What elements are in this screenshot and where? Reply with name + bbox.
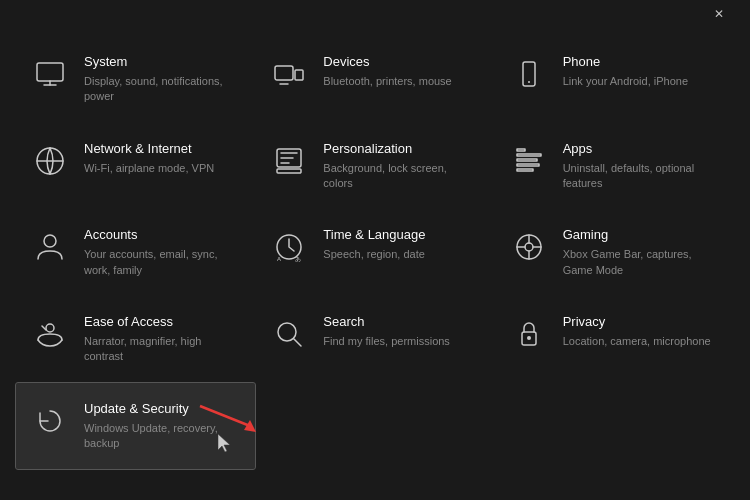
item-desc-system: Display, sound, notifications, power [84,74,239,105]
settings-item-devices[interactable]: Devices Bluetooth, printers, mouse [255,36,494,123]
item-title-time: Time & Language [323,227,478,244]
svg-point-7 [528,81,530,83]
item-desc-search: Find my files, permissions [323,334,478,349]
item-desc-update: Windows Update, recovery, backup [84,421,239,452]
item-title-system: System [84,54,239,71]
title-bar: ✕ [0,0,750,28]
svg-point-35 [527,336,531,340]
svg-rect-18 [517,164,539,166]
item-desc-gaming: Xbox Game Bar, captures, Game Mode [563,247,718,278]
apps-icon [511,143,547,179]
item-desc-devices: Bluetooth, printers, mouse [323,74,478,89]
item-title-privacy: Privacy [563,314,718,331]
privacy-icon [511,316,547,352]
settings-item-accounts[interactable]: Accounts Your accounts, email, sync, wor… [16,209,255,296]
svg-rect-19 [517,169,533,171]
ease-icon [32,316,68,352]
svg-text:あ: あ [295,256,301,263]
item-desc-apps: Uninstall, defaults, optional features [563,161,718,192]
settings-item-gaming[interactable]: Gaming Xbox Game Bar, captures, Game Mod… [495,209,734,296]
settings-item-ease[interactable]: Ease of Access Narrator, magnifier, high… [16,296,255,383]
item-desc-phone: Link your Android, iPhone [563,74,718,89]
svg-point-30 [46,324,54,332]
item-title-ease: Ease of Access [84,314,239,331]
item-desc-ease: Narrator, magnifier, high contrast [84,334,239,365]
personalization-icon [271,143,307,179]
item-desc-accounts: Your accounts, email, sync, work, family [84,247,239,278]
settings-item-time[interactable]: Aあ Time & Language Speech, region, date [255,209,494,296]
system-icon [32,56,68,92]
title-bar-controls: ✕ [696,0,742,28]
item-title-apps: Apps [563,141,718,158]
svg-rect-3 [275,66,293,80]
settings-grid: System Display, sound, notifications, po… [0,28,750,477]
item-title-phone: Phone [563,54,718,71]
item-title-search: Search [323,314,478,331]
search-icon [271,316,307,352]
svg-rect-15 [517,149,525,151]
svg-point-32 [278,323,296,341]
svg-rect-17 [517,159,537,161]
svg-text:A: A [277,256,281,262]
item-title-accounts: Accounts [84,227,239,244]
item-desc-network: Wi-Fi, airplane mode, VPN [84,161,239,176]
network-icon [32,143,68,179]
gaming-icon [511,229,547,265]
settings-item-privacy[interactable]: Privacy Location, camera, microphone [495,296,734,383]
settings-item-phone[interactable]: Phone Link your Android, iPhone [495,36,734,123]
close-button[interactable]: ✕ [696,0,742,28]
item-title-devices: Devices [323,54,478,71]
svg-line-33 [294,339,301,346]
item-title-update: Update & Security [84,401,239,418]
item-desc-time: Speech, region, date [323,247,478,262]
devices-icon [271,56,307,92]
settings-item-update[interactable]: Update & Security Windows Update, recove… [16,383,255,470]
svg-rect-16 [517,154,541,156]
item-desc-privacy: Location, camera, microphone [563,334,718,349]
phone-icon [511,56,547,92]
settings-item-network[interactable]: Network & Internet Wi-Fi, airplane mode,… [16,123,255,210]
item-title-personalization: Personalization [323,141,478,158]
svg-rect-11 [277,169,301,173]
svg-point-20 [44,235,56,247]
settings-item-search[interactable]: Search Find my files, permissions [255,296,494,383]
item-desc-personalization: Background, lock screen, colors [323,161,478,192]
svg-rect-4 [295,70,303,80]
time-icon: Aあ [271,229,307,265]
settings-item-personalization[interactable]: Personalization Background, lock screen,… [255,123,494,210]
item-title-network: Network & Internet [84,141,239,158]
item-title-gaming: Gaming [563,227,718,244]
settings-item-apps[interactable]: Apps Uninstall, defaults, optional featu… [495,123,734,210]
svg-point-25 [525,243,533,251]
svg-rect-0 [37,63,63,81]
update-icon [32,403,68,439]
settings-item-system[interactable]: System Display, sound, notifications, po… [16,36,255,123]
accounts-icon [32,229,68,265]
